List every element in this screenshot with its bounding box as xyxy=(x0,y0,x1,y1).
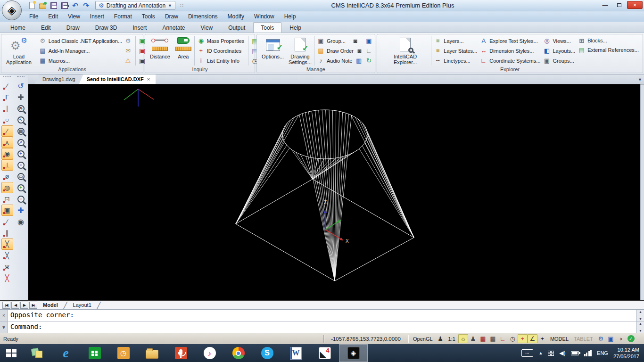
man-item-audio-note[interactable]: ♪Audio Note▥↻ xyxy=(317,56,372,66)
tool-zoom-dynamic[interactable]: ↗ xyxy=(15,137,27,148)
tool-snap-quadrant[interactable]: ◍ xyxy=(1,182,13,193)
ribbon-tab-draw[interactable]: Draw xyxy=(59,22,87,33)
tab-list-chevron-icon[interactable]: ▼ xyxy=(638,77,642,82)
menu-edit[interactable]: Edit xyxy=(43,12,63,21)
ribbon-tab-annotate[interactable]: Annotate xyxy=(155,22,192,33)
first-tab-button[interactable]: |◀ xyxy=(2,302,10,309)
drawing-canvas[interactable]: ZX xyxy=(28,84,640,300)
tool-snap-midpoint[interactable]: ∣ xyxy=(1,103,13,114)
man-item-draw-order[interactable]: ▤Draw Order◙∟ xyxy=(317,46,372,56)
tray-windows-icon[interactable] xyxy=(548,351,554,356)
save-icon[interactable] xyxy=(49,1,58,10)
tool-snap-point[interactable]: ▣ xyxy=(1,205,13,216)
clock[interactable]: 10:12 AM 27/05/2017 xyxy=(613,346,639,360)
taskbar-chrome[interactable] xyxy=(224,344,253,362)
doc-tab-drawing1-dwg[interactable]: Drawing1.dwg xyxy=(35,74,81,84)
tool-snap-from[interactable]: Γ xyxy=(1,91,13,103)
tool-pan[interactable]: ✚ xyxy=(15,91,27,103)
language-indicator[interactable]: ENG xyxy=(597,350,608,356)
tool-snap-tangent[interactable]: ø xyxy=(1,171,13,182)
explorer-item-layer-states[interactable]: ≡Layer States... xyxy=(434,46,477,56)
menu-file[interactable]: File xyxy=(25,12,43,21)
quick-access-more-icon[interactable]: ∷ xyxy=(180,2,183,8)
menu-window[interactable]: Window xyxy=(249,12,279,21)
menu-insert[interactable]: Insert xyxy=(85,12,109,21)
tab-model[interactable]: Model xyxy=(38,302,63,308)
explorer-item-blocks[interactable]: ⊞Blocks... xyxy=(578,36,639,45)
status-coordinates[interactable]: -1057.8765,153.7723,0.0000 xyxy=(326,336,405,342)
esnap-toggle-icon[interactable]: + xyxy=(518,334,528,343)
network-signal-icon[interactable] xyxy=(584,350,592,356)
explorer-item-layers[interactable]: ≡Layers... xyxy=(434,36,477,46)
ribbon-tab-insert[interactable]: Insert xyxy=(125,22,154,33)
status-renderer[interactable]: OpenGL xyxy=(411,336,435,342)
menu-draw[interactable]: Draw xyxy=(160,12,183,21)
annotation-monitor-icon[interactable]: ♟ xyxy=(468,334,478,343)
inq-item-mass-properties[interactable]: ◉Mass Properties xyxy=(198,36,244,46)
battery-icon[interactable] xyxy=(571,351,579,355)
taskbar-voice-recorder[interactable] xyxy=(166,344,195,362)
ortho-toggle-icon[interactable]: ∟ xyxy=(498,334,508,343)
expand-command-icon[interactable]: ▼ xyxy=(0,321,8,333)
app-logo-icon[interactable]: ◈ xyxy=(2,0,22,20)
tab-layout1[interactable]: Layout1 xyxy=(68,302,96,308)
lwt-toggle-icon[interactable]: + xyxy=(537,334,547,343)
drawing-settings-button[interactable]: ✓ Drawing Settings... xyxy=(286,36,314,66)
close-command-icon[interactable]: × xyxy=(0,310,8,321)
grid-toggle-icon[interactable]: ▦ xyxy=(488,334,498,343)
app-item-add-in-manager[interactable]: ▤Add-In Manager...✉ xyxy=(39,46,132,56)
man-item-group[interactable]: ▣Group...◙▣ xyxy=(317,36,372,46)
tool-snap-parallel[interactable]: ∥ xyxy=(1,227,13,239)
tool-snap-endpoint[interactable]: ∕ xyxy=(1,80,13,91)
inq-item-list-entity-info[interactable]: iList Entity Info xyxy=(198,56,244,66)
status-scale[interactable]: 1:1 xyxy=(446,336,458,342)
ribbon-tab-tools[interactable]: Tools xyxy=(253,22,281,33)
tool-zoom-all[interactable]: + xyxy=(15,182,27,193)
status-gear-icon[interactable]: ⚙ xyxy=(596,334,606,343)
command-scrollbar[interactable]: ▲▼ xyxy=(636,310,644,321)
menu-view[interactable]: View xyxy=(63,12,85,21)
taskbar-internet-explorer[interactable]: e xyxy=(51,344,80,362)
explorer-item-groups[interactable]: ▣Groups... xyxy=(543,56,575,66)
close-button[interactable]: × xyxy=(627,1,643,9)
start-button[interactable] xyxy=(0,344,23,362)
tool-snap-center[interactable]: ○ xyxy=(1,114,13,125)
options-button[interactable]: ✓ Options... xyxy=(259,36,286,66)
tool-zoom-selected[interactable]: ▭ xyxy=(15,171,27,182)
tool-snap-intersection[interactable]: ╳ xyxy=(1,239,13,250)
save-as-icon[interactable] xyxy=(60,1,69,10)
explorer-item-dimension-styles[interactable]: ↔Dimension Styles... xyxy=(480,46,540,56)
tool-named-views[interactable]: ◉ xyxy=(15,216,27,227)
etrack-toggle-icon[interactable]: ∠ xyxy=(528,334,537,343)
explorer-item-coordinate-systems[interactable]: ∟Coordinate Systems... xyxy=(480,56,540,66)
tool-snap-insertion[interactable]: ⊡ xyxy=(1,193,13,205)
explorer-item-external-references[interactable]: ▤External References... xyxy=(578,45,639,55)
last-tab-button[interactable]: ▶| xyxy=(29,302,37,309)
tool-zoom-out[interactable]: − xyxy=(15,193,27,205)
polar-toggle-icon[interactable]: ◷ xyxy=(508,334,518,343)
next-tab-button[interactable]: ▶ xyxy=(20,302,28,309)
taskbar-word[interactable]: W xyxy=(281,344,310,362)
explorer-item-views[interactable]: ◎Views... xyxy=(543,36,575,46)
tool-zoom-previous[interactable]: ↖ xyxy=(15,114,27,125)
taskbar-cad-viewer[interactable]: ◣4 xyxy=(310,344,339,362)
status-model[interactable]: MODEL xyxy=(548,336,571,342)
minimize-button[interactable]: — xyxy=(599,1,611,9)
ribbon-tab-home[interactable]: Home xyxy=(3,22,33,33)
load-application-button[interactable]: ⚙⚙ Load Application xyxy=(4,36,34,66)
tool-zoom-realtime[interactable]: ◷ xyxy=(15,103,27,114)
intellicad-explorer-button[interactable]: IntelliCAD Explorer... xyxy=(380,36,431,66)
area-button[interactable]: Area xyxy=(173,36,194,66)
ribbon-tab-output[interactable]: Output xyxy=(221,22,253,33)
tray-expand-icon[interactable]: ▲ xyxy=(538,351,543,355)
snap-toggle-icon[interactable]: ▦ xyxy=(478,334,488,343)
taskbar-intellicad[interactable]: ◈ xyxy=(339,344,368,362)
taskbar-file-explorer[interactable] xyxy=(138,344,166,362)
tool-snap-perpendicular[interactable]: ⊥ xyxy=(1,159,13,171)
tool-snap-clear[interactable]: ╳ xyxy=(1,272,13,284)
canvas-right-strip[interactable] xyxy=(640,84,644,300)
open-file-icon[interactable] xyxy=(38,1,47,10)
tool-snap-nearest[interactable]: ∕ xyxy=(1,125,13,137)
inq-item-id-coordinates[interactable]: +ID Coordinates xyxy=(198,46,244,56)
lightbulb-icon[interactable]: ☼ xyxy=(458,334,468,343)
